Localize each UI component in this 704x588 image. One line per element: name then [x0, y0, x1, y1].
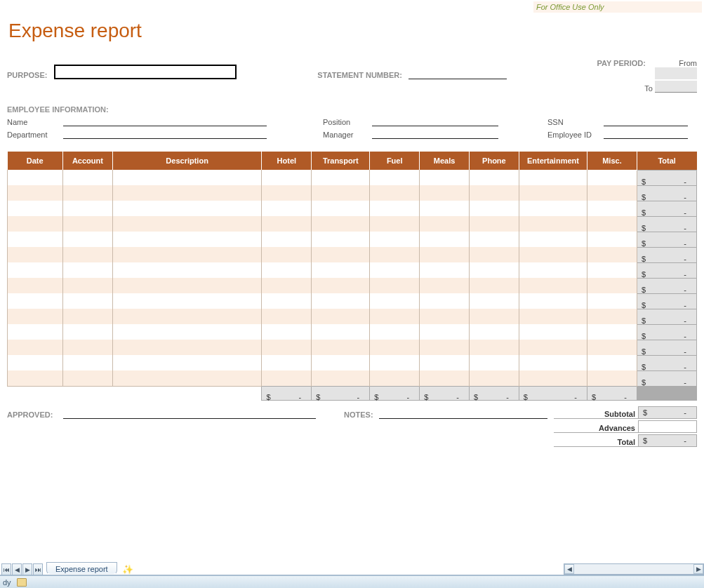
table-cell[interactable] — [370, 232, 420, 247]
table-cell[interactable] — [370, 324, 420, 340]
table-cell[interactable] — [312, 170, 370, 185]
sheet-tab[interactable]: Expense report — [46, 562, 117, 575]
table-cell[interactable] — [262, 293, 312, 309]
table-cell[interactable] — [587, 309, 637, 324]
table-cell[interactable] — [420, 247, 470, 262]
table-cell[interactable] — [312, 355, 370, 370]
table-cell[interactable] — [420, 293, 470, 309]
table-cell[interactable] — [420, 370, 470, 386]
hscroll-right-icon[interactable]: ▶ — [693, 564, 703, 574]
table-cell[interactable] — [312, 370, 370, 386]
table-cell[interactable] — [420, 185, 470, 201]
table-cell[interactable] — [519, 170, 587, 185]
table-cell[interactable] — [112, 370, 262, 386]
table-cell[interactable] — [370, 201, 420, 216]
table-cell[interactable] — [370, 355, 420, 370]
table-cell[interactable] — [262, 262, 312, 278]
table-cell[interactable] — [420, 340, 470, 355]
table-cell[interactable] — [62, 262, 112, 278]
table-cell[interactable] — [262, 201, 312, 216]
table-cell[interactable] — [587, 324, 637, 340]
table-cell[interactable] — [519, 355, 587, 370]
table-cell[interactable] — [8, 355, 63, 370]
table-cell[interactable] — [262, 232, 312, 247]
table-cell[interactable] — [62, 201, 112, 216]
table-cell[interactable] — [312, 247, 370, 262]
table-cell[interactable] — [587, 370, 637, 386]
table-cell[interactable] — [112, 170, 262, 185]
table-cell[interactable] — [469, 293, 519, 309]
employee-id-input[interactable] — [604, 129, 688, 139]
table-cell[interactable] — [370, 262, 420, 278]
table-cell[interactable] — [112, 201, 262, 216]
table-cell[interactable] — [312, 324, 370, 340]
name-input[interactable] — [63, 116, 267, 126]
table-cell[interactable] — [312, 201, 370, 216]
table-cell[interactable] — [587, 293, 637, 309]
table-cell[interactable] — [370, 247, 420, 262]
table-cell[interactable] — [262, 355, 312, 370]
table-cell[interactable] — [8, 262, 63, 278]
table-cell[interactable] — [312, 216, 370, 232]
table-cell[interactable] — [469, 340, 519, 355]
table-cell[interactable] — [420, 201, 470, 216]
table-cell[interactable] — [312, 340, 370, 355]
table-cell[interactable] — [469, 355, 519, 370]
table-cell[interactable] — [370, 370, 420, 386]
table-cell[interactable] — [262, 278, 312, 293]
table-cell[interactable] — [112, 340, 262, 355]
table-cell[interactable] — [587, 185, 637, 201]
table-cell[interactable] — [8, 216, 63, 232]
table-cell[interactable] — [62, 170, 112, 185]
table-cell[interactable] — [469, 309, 519, 324]
tab-nav-first[interactable]: ⏮ — [1, 563, 11, 575]
table-cell[interactable] — [262, 370, 312, 386]
table-cell[interactable] — [469, 324, 519, 340]
table-cell[interactable] — [262, 185, 312, 201]
table-cell[interactable] — [519, 293, 587, 309]
table-cell[interactable] — [62, 309, 112, 324]
insert-sheet-icon[interactable]: ✨ — [120, 563, 135, 575]
table-cell[interactable] — [262, 216, 312, 232]
table-cell[interactable] — [420, 170, 470, 185]
table-cell[interactable] — [469, 170, 519, 185]
table-cell[interactable] — [112, 293, 262, 309]
table-cell[interactable] — [587, 232, 637, 247]
department-input[interactable] — [63, 129, 267, 139]
table-cell[interactable] — [262, 170, 312, 185]
table-cell[interactable] — [62, 370, 112, 386]
table-cell[interactable] — [420, 216, 470, 232]
statement-number-input[interactable] — [409, 69, 507, 79]
table-cell[interactable] — [587, 340, 637, 355]
table-cell[interactable] — [519, 216, 587, 232]
table-cell[interactable] — [312, 262, 370, 278]
table-cell[interactable] — [587, 170, 637, 185]
table-cell[interactable] — [420, 309, 470, 324]
table-cell[interactable] — [519, 324, 587, 340]
table-cell[interactable] — [469, 201, 519, 216]
table-cell[interactable] — [8, 340, 63, 355]
hscroll-left-icon[interactable]: ◀ — [564, 564, 574, 574]
table-cell[interactable] — [62, 293, 112, 309]
table-cell[interactable] — [8, 170, 63, 185]
notes-input[interactable] — [379, 409, 547, 419]
table-cell[interactable] — [587, 216, 637, 232]
table-cell[interactable] — [62, 185, 112, 201]
table-cell[interactable] — [469, 262, 519, 278]
table-cell[interactable] — [587, 355, 637, 370]
position-input[interactable] — [372, 116, 498, 126]
table-cell[interactable] — [62, 232, 112, 247]
table-cell[interactable] — [519, 309, 587, 324]
table-cell[interactable] — [587, 262, 637, 278]
table-cell[interactable] — [469, 370, 519, 386]
table-cell[interactable] — [62, 355, 112, 370]
table-cell[interactable] — [370, 278, 420, 293]
table-cell[interactable] — [112, 247, 262, 262]
table-cell[interactable] — [62, 340, 112, 355]
table-cell[interactable] — [469, 247, 519, 262]
table-cell[interactable] — [262, 324, 312, 340]
table-cell[interactable] — [312, 293, 370, 309]
table-cell[interactable] — [587, 278, 637, 293]
table-cell[interactable] — [8, 278, 63, 293]
macro-record-icon[interactable] — [17, 578, 27, 587]
